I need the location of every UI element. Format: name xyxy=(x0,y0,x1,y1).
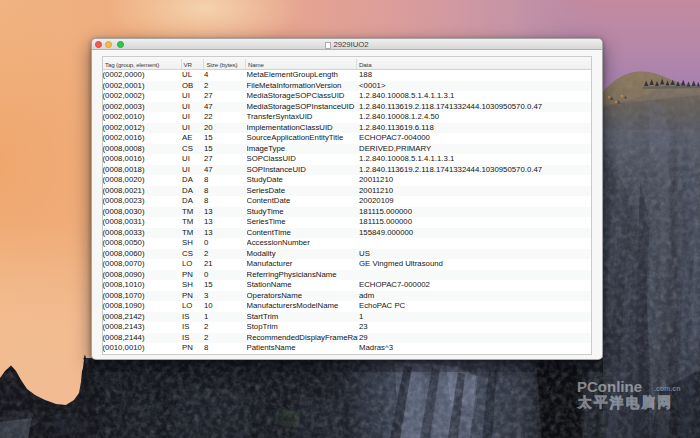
svg-text:太平洋电脑网: 太平洋电脑网 xyxy=(577,395,673,410)
svg-text:PConline: PConline xyxy=(577,378,642,395)
svg-text:.com.cn: .com.cn xyxy=(654,385,680,392)
